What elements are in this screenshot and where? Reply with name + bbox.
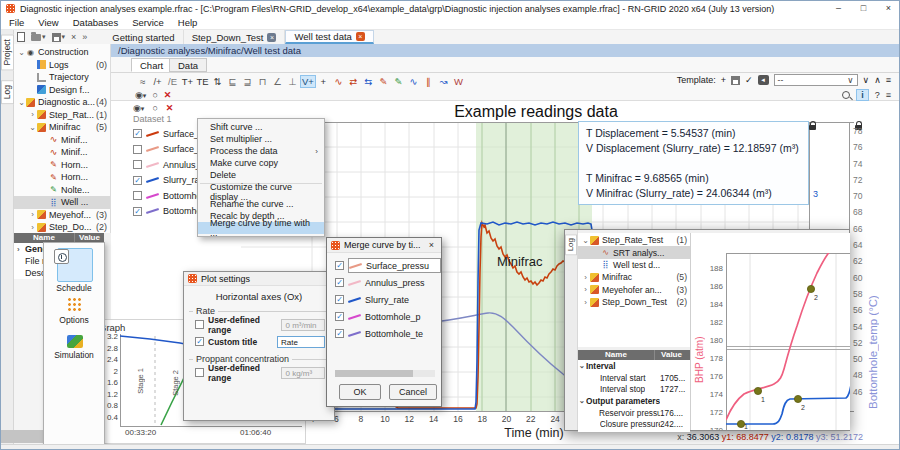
simulation-label[interactable]: Simulation <box>44 350 104 360</box>
expander-icon[interactable]: › <box>28 110 37 119</box>
expander-icon[interactable]: ⌄ <box>28 123 37 132</box>
circle-icon[interactable]: ○ <box>152 103 157 113</box>
slope-plus-icon[interactable]: /+ <box>150 76 165 87</box>
options-label[interactable]: Options <box>44 315 104 325</box>
tab-getting-started[interactable]: Getting started <box>104 30 183 44</box>
menu-item[interactable]: Customize the curve display ... <box>198 186 324 198</box>
merge-curve-row[interactable]: ✓ Surface_pressu <box>327 257 441 274</box>
range-checkbox[interactable]: ✓ <box>195 368 204 377</box>
collapse-down-icon[interactable]: ∨ <box>863 75 870 85</box>
minimize-button[interactable]: – <box>826 1 851 16</box>
template-manage-icon[interactable]: ◂ <box>758 75 769 85</box>
clear-icon[interactable]: ✕ <box>164 90 172 100</box>
tree-item[interactable]: Logs (0) <box>14 59 110 72</box>
step-blue-icon[interactable]: ⇆ <box>361 76 376 87</box>
merge-curve-row[interactable]: ✓ Annulus_press <box>327 274 441 291</box>
menu-item[interactable]: Set multiplier ... <box>198 133 324 145</box>
curve-checkbox[interactable]: ✓ <box>133 191 142 200</box>
range-checkbox[interactable]: ✓ <box>195 320 204 329</box>
tab-data[interactable]: Data <box>169 58 207 72</box>
slope-icon[interactable]: ∠ <box>270 76 285 87</box>
template-add-icon[interactable]: + <box>721 75 726 85</box>
tree-item[interactable]: Well test d... <box>578 259 690 271</box>
rail-tab-log[interactable]: Log <box>565 234 577 255</box>
pen-green-icon[interactable]: ✎ <box>391 76 406 87</box>
sort-icon[interactable]: ⇅ <box>210 76 225 87</box>
tab-well-test-data[interactable]: Well test data× <box>285 30 373 44</box>
menu-icon[interactable]: ≡ <box>886 90 891 100</box>
align-left-icon[interactable]: ⊑ <box>225 76 240 87</box>
axis-icon[interactable]: ⊥ <box>285 76 300 87</box>
scrollbar-thumb[interactable] <box>335 370 413 377</box>
expander-icon[interactable]: ⌄ <box>581 236 590 245</box>
table-row[interactable]: ⌄ Interval <box>578 360 690 372</box>
rail-tab-project[interactable]: Project <box>1 34 14 70</box>
tree-item[interactable]: Horn... <box>14 159 110 172</box>
tree-item[interactable]: Trajectory <box>14 71 110 84</box>
curve-checkbox[interactable]: ✓ <box>133 176 142 185</box>
table-row[interactable]: Interval stop 1727... <box>578 383 690 395</box>
table-row[interactable]: ⌄ Output parameters <box>578 395 690 407</box>
merge-checkbox[interactable]: ✓ <box>335 295 344 304</box>
tab-chart[interactable]: Chart <box>131 58 172 72</box>
align-right-icon[interactable]: ⊒ <box>240 76 255 87</box>
close-tab-icon[interactable]: × <box>356 32 365 41</box>
dataset-selector-icon[interactable]: ◉▾ <box>133 103 144 113</box>
tree-item[interactable]: › Step_Down_Test (2) <box>578 296 690 308</box>
pen-red-icon[interactable]: ✎ <box>376 76 391 87</box>
chart-icon[interactable]: ∿ <box>406 76 421 87</box>
dialog-scrollbar[interactable] <box>335 370 435 377</box>
tree-item[interactable]: Design f... <box>14 84 110 97</box>
expander-icon[interactable]: › <box>17 245 25 254</box>
curve-checkbox[interactable]: ✓ <box>133 160 142 169</box>
rail-tab-log[interactable]: Log <box>1 80 14 104</box>
merge-curve-row[interactable]: ✓ Bottomhole_te <box>327 325 441 342</box>
fit-wave-icon[interactable]: ≈ <box>135 76 150 87</box>
expander-icon[interactable]: › <box>28 210 37 219</box>
expander-icon[interactable]: ⌄ <box>578 361 586 370</box>
expander-icon[interactable]: › <box>28 223 37 232</box>
tree-item[interactable]: Well ... <box>14 196 110 209</box>
merge-checkbox[interactable]: ✓ <box>335 261 344 270</box>
tree-item[interactable]: SRT analys... <box>578 246 690 258</box>
merge-curve-row[interactable]: ✓ Slurry_rate <box>327 291 441 308</box>
tree-item[interactable]: ⌄ Step_Rate_Test (1) <box>578 234 690 246</box>
merge-checkbox[interactable]: ✓ <box>335 329 344 338</box>
curve-checkbox[interactable]: ✓ <box>133 145 142 154</box>
tree-item[interactable]: › Step_Rat... (1) <box>14 109 110 122</box>
dataset-selector-icon[interactable]: ◉▾ <box>135 90 146 100</box>
axis-lock-icon[interactable] <box>809 125 816 130</box>
circle-icon[interactable]: ○ <box>152 90 157 100</box>
step-red-icon[interactable]: ⇄ <box>346 76 361 87</box>
tree-item[interactable]: Minif... <box>14 146 110 159</box>
custom-title-checkbox[interactable]: ✓ <box>195 337 204 346</box>
range-input[interactable]: 0 m³/min <box>281 319 325 331</box>
options-icon[interactable] <box>67 297 83 313</box>
v-plus-icon[interactable]: V+ <box>300 75 316 88</box>
schedule-icon[interactable] <box>54 249 69 264</box>
restore-button[interactable]: □ <box>851 1 876 16</box>
align-bottom-icon[interactable]: ⊓ <box>255 76 270 87</box>
menu-item[interactable]: Service <box>132 17 164 28</box>
table-row[interactable]: Closure pressure 242.... <box>578 418 690 430</box>
expander-icon[interactable]: ⌄ <box>578 396 586 405</box>
cancel-button[interactable]: Cancel <box>389 384 437 400</box>
menu-item[interactable]: Delete <box>198 169 324 181</box>
curve-checkbox[interactable]: ✓ <box>133 207 142 216</box>
close-icon[interactable]: × <box>426 240 437 250</box>
zoom-icon[interactable] <box>842 91 850 99</box>
new-file-icon[interactable] <box>17 32 25 42</box>
help-icon[interactable]: ? <box>875 90 880 100</box>
range-input[interactable]: 0 kg/m³ <box>281 367 325 379</box>
menu-item[interactable]: Make curve copy <box>198 157 324 169</box>
tree-item[interactable]: › Meyehofer an... (3) <box>578 284 690 296</box>
table-row[interactable]: Closure pressure... 246.... <box>578 430 690 432</box>
close-button[interactable]: × <box>876 1 900 16</box>
menu-item[interactable]: Help <box>178 17 198 28</box>
dialog-title-bar[interactable]: Merge curve by ti... × <box>327 238 441 253</box>
simulation-icon[interactable] <box>67 335 83 348</box>
tree-item[interactable]: ⌄ Construction <box>14 46 110 59</box>
menu-item[interactable]: File <box>9 17 24 28</box>
expander-icon[interactable]: › <box>581 273 590 282</box>
merge-curve-row[interactable]: ✓ Bottomhole_p <box>327 308 441 325</box>
